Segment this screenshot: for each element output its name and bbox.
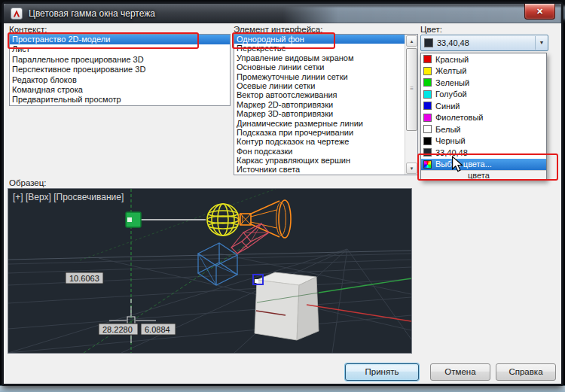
list-item[interactable]: Вектор автоотслеживания [234,90,405,99]
color-option-label: Зеленый [435,78,469,87]
color-option-label: Голубой [435,90,467,99]
color-option[interactable]: Зеленый [421,77,546,89]
context-list[interactable]: Пространство 2D-модели Лист Параллельное… [9,34,231,106]
list-item[interactable]: Основные линии сетки [234,62,405,71]
coord-tooltip: 10.6063 [69,274,99,283]
color-swatch [423,137,432,145]
list-item[interactable]: Источники света [234,165,405,174]
dialog-title: Цветовая гамма окна чертежа [29,8,155,19]
list-item[interactable]: Осевые линии сетки [234,81,405,90]
color-option[interactable]: Синий [421,100,546,112]
list-item[interactable]: Командная строка [10,85,230,95]
color-option-label: Фиолетовый [435,113,483,122]
list-item[interactable]: Перспективное проецирование 3D [10,65,230,74]
list-item[interactable]: Пространство 2D-модели [10,35,230,44]
current-color-value: 33,40,48 [437,38,535,47]
viewport-context-label: [+] [Верх] [Просвечивание] [13,192,124,202]
viewport-scene: 10.6063 28.2280 6.0884 [8,189,411,353]
scroll-down-icon[interactable]: ▼ [406,163,417,174]
color-option[interactable]: Белый [421,123,546,135]
background-app-bottom [0,385,565,392]
list-item[interactable]: Подсказка при прочерчивании [234,128,405,137]
context-label: Контекст: [9,25,47,34]
color-combobox[interactable]: 33,40,48 ▼ [420,35,548,51]
color-swatch [423,78,432,87]
close-button[interactable]: ✕ [524,4,555,20]
color-label: Цвет: [420,25,442,34]
list-item[interactable]: Промежуточные линии сетки [234,72,405,81]
color-swatch [423,67,432,75]
titlebar-glass [282,7,561,23]
list-item[interactable]: Лист [10,44,230,54]
color-option[interactable]: Красный [421,53,546,65]
color-dropdown-list[interactable]: Красный Желтый Зеленый Голубой Синий Фио… [420,53,547,181]
scrollbar-thumb[interactable]: ≡ [406,48,417,131]
color-option[interactable]: Желтый [421,65,546,77]
tooltip-fragment: цвета [421,170,546,180]
color-option[interactable]: 33,40,48 [421,147,546,159]
color-swatch [423,125,432,133]
list-item[interactable]: Перекрестье [234,44,405,53]
interface-element-label: Элемент интерфейса: [234,25,322,34]
list-item[interactable]: Контур подсказок на чертеже [234,137,405,146]
accept-button[interactable]: Принять [345,363,419,381]
color-swatch [423,102,432,110]
chevron-down-icon[interactable]: ▼ [535,36,548,50]
color-option-select-color[interactable]: Выбор цвета... [421,159,546,171]
list-item[interactable]: Управление видовым экраном [234,53,405,62]
list-item[interactable]: Динамические размерные линии [234,119,405,128]
dialog-titlebar[interactable]: Цветовая гамма окна чертежа ✕ [4,4,561,23]
sample-viewport: [+] [Верх] [Просвечивание] [8,188,412,354]
autocad-logo-icon [11,8,23,20]
color-option[interactable]: Фиолетовый [421,112,546,124]
color-option[interactable]: Голубой [421,89,546,101]
sample-label: Образец: [9,178,47,187]
color-option-label: Белый [435,125,460,134]
color-swatch [423,148,432,156]
drawing-window-colors-dialog: Цветовая гамма окна чертежа ✕ Контекст: … [2,2,563,386]
scroll-up-icon[interactable]: ▲ [406,35,417,47]
color-option-label: Черный [435,136,466,145]
list-item[interactable]: Однородный фон [234,35,405,44]
scrollbar[interactable]: ▲ ≡ ▼ [405,35,417,175]
list-item[interactable]: Маркер 2D-автопривязки [234,100,405,109]
list-item[interactable]: Предварительный просмотр [10,95,230,105]
color-swatch [423,114,432,122]
color-swatch [423,55,432,63]
list-item[interactable]: Маркер 3D-автопривязки [234,109,405,118]
color-option-label: Красный [435,55,469,64]
mouse-cursor-icon [450,156,464,172]
coord-tooltip: 28.2280 [102,325,133,334]
interface-element-list[interactable]: Однородный фон Перекрестье Управление ви… [234,34,418,175]
coord-tooltip: 6.0884 [145,325,170,334]
color-option-label: Желтый [435,66,466,75]
help-button[interactable]: Справка [496,363,556,381]
list-item[interactable]: Каркас управляющих вершин [234,156,405,165]
current-color-swatch [424,38,433,47]
color-option[interactable]: Черный [421,135,546,147]
color-wheel-icon [423,160,432,169]
list-item[interactable]: Параллельное проецирование 3D [10,55,230,65]
list-item[interactable]: Редактор блоков [10,75,230,85]
color-option-label: Синий [435,102,460,111]
cancel-button[interactable]: Отмена [430,363,490,381]
list-item[interactable]: Фон подсказки [234,147,405,156]
color-swatch [423,90,432,99]
